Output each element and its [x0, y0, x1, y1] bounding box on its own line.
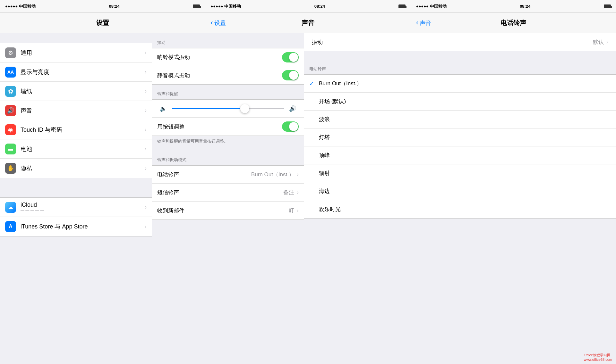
- battery-settings-icon: ▬: [5, 144, 16, 154]
- ring-vibrate-label: 响铃模式振动: [157, 54, 282, 61]
- use-buttons-toggle[interactable]: [282, 121, 299, 132]
- ringtone-item-radiation[interactable]: 辐射: [304, 164, 616, 182]
- slider-thumb[interactable]: [240, 104, 249, 113]
- use-buttons-label: 用按钮调整: [157, 123, 282, 130]
- nav-panel-sound: ‹ 设置 声音: [205, 13, 411, 33]
- volume-low-icon: 🔈: [160, 105, 167, 112]
- settings-label-touchid: Touch ID 与密码: [21, 126, 145, 134]
- settings-item-touchid[interactable]: ◉ Touch ID 与密码 ›: [0, 120, 152, 139]
- sound-item-ring-vibrate: 响铃模式振动: [152, 48, 304, 66]
- signal-middle: ●●●●● 中国移动: [210, 4, 241, 9]
- chevron-icon-battery: ›: [145, 145, 147, 152]
- silent-vibrate-label: 静音模式振动: [157, 72, 282, 79]
- carrier-right: ●●●●● 中国移动: [416, 4, 447, 9]
- settings-label-itunes: iTunes Store 与 App Store: [21, 223, 145, 230]
- status-panel-middle: ●●●●● 中国移动 08:24: [205, 0, 411, 12]
- chevron-vibrate: ›: [606, 39, 608, 46]
- nav-title-sound: 声音: [302, 19, 314, 27]
- volume-row: 🔈 🔊: [152, 100, 304, 118]
- sound-item-phone-ringtone[interactable]: 电话铃声 Burn Out（Inst.） ›: [152, 166, 304, 184]
- content-area: ⚙ 通用 › AA 显示与亮度 › ✿ 墙纸 › 🔊 声音 ›: [0, 33, 616, 364]
- settings-item-privacy[interactable]: ✋ 隐私 ›: [0, 159, 152, 178]
- vibrate-group: 响铃模式振动 静音模式振动: [152, 48, 304, 85]
- settings-item-sound[interactable]: 🔊 声音 ›: [0, 101, 152, 120]
- modes-header-text: 铃声和振动模式: [157, 157, 186, 162]
- settings-label-battery: 电池: [21, 145, 145, 153]
- ringtone-name-opening: 开场 (默认): [319, 98, 611, 105]
- modes-group: 电话铃声 Burn Out（Inst.） › 短信铃声 备注 › 收到新邮件 叮…: [152, 165, 304, 220]
- nav-bar: 设置 ‹ 设置 声音 ‹ 声音 电话铃声: [0, 13, 616, 33]
- vibrate-row[interactable]: 振动 默认 ›: [304, 33, 616, 51]
- sound-item-use-buttons: 用按钮调整: [152, 118, 304, 136]
- battery-right: [604, 4, 611, 8]
- ringtone-item-wave[interactable]: 波浪: [304, 111, 616, 128]
- ringtone-name-happytime: 欢乐时光: [319, 206, 611, 213]
- phone-ringtone-label: 电话铃声: [157, 171, 251, 178]
- ringtone-item-burnout[interactable]: ✓ Burn Out（Inst.）: [304, 75, 616, 93]
- ringtone-name-burnout: Burn Out（Inst.）: [319, 80, 611, 87]
- ringtone-item-seaside[interactable]: 海边: [304, 182, 616, 200]
- ringtone-list-header-text: 电话铃声: [309, 66, 326, 71]
- chevron-icon-sound: ›: [145, 107, 147, 114]
- settings-label-icloud: iCloud: [21, 202, 37, 208]
- settings-sublabel-icloud: — — — — —: [21, 208, 145, 213]
- new-email-label: 收到新邮件: [157, 207, 289, 214]
- back-label-settings: 设置: [214, 19, 226, 27]
- carrier-left: ●●●●● 中国移动: [5, 4, 36, 9]
- settings-item-itunes[interactable]: A iTunes Store 与 App Store ›: [0, 217, 152, 236]
- volume-slider[interactable]: [172, 108, 284, 109]
- toggle-knob-silent: [289, 71, 298, 80]
- itunes-icon: A: [5, 221, 16, 232]
- sound-item-new-email[interactable]: 收到新邮件 叮 ›: [152, 202, 304, 219]
- ringtone-list-header: 电话铃声: [304, 61, 616, 74]
- silent-vibrate-toggle[interactable]: [282, 70, 299, 80]
- phone-ringtone-value: Burn Out（Inst.）: [251, 171, 294, 178]
- watermark: Office教程学习网 www.office68.com: [584, 353, 612, 361]
- settings-item-display[interactable]: AA 显示与亮度 ›: [0, 62, 152, 82]
- chevron-left-icon-2: ‹: [416, 19, 418, 26]
- sound-icon: 🔊: [5, 105, 16, 116]
- ringtone-name-peak: 顶峰: [319, 152, 611, 159]
- chevron-icon-general: ›: [145, 49, 147, 56]
- chevron-icon-wallpaper: ›: [145, 88, 147, 95]
- settings-item-general[interactable]: ⚙ 通用 ›: [0, 43, 152, 62]
- settings-item-battery[interactable]: ▬ 电池 ›: [0, 139, 152, 159]
- signal-left: ●●●●● 中国移动: [5, 4, 36, 9]
- ring-vibrate-toggle[interactable]: [282, 52, 299, 62]
- ringtone-item-lighthouse[interactable]: 灯塔: [304, 128, 616, 146]
- modes-section-header: 铃声和振动模式: [152, 151, 304, 165]
- ringtone-item-opening[interactable]: 开场 (默认): [304, 93, 616, 111]
- status-panel-right: ●●●●● 中国移动 08:24: [411, 0, 616, 12]
- ringtone-list-group: ✓ Burn Out（Inst.） 开场 (默认) 波浪 灯塔 顶峰: [304, 74, 616, 219]
- carrier-middle: ●●●●● 中国移动: [210, 4, 241, 9]
- ringtone-item-happytime[interactable]: 欢乐时光: [304, 200, 616, 218]
- settings-group-accounts: ☁ iCloud — — — — — › A iTunes Store 与 Ap…: [0, 197, 152, 236]
- nav-title-settings: 设置: [96, 19, 109, 27]
- back-button-settings[interactable]: ‹ 设置: [210, 19, 226, 27]
- vibrate-header-text: 振动: [157, 40, 166, 45]
- settings-item-icloud[interactable]: ☁ iCloud — — — — — ›: [0, 198, 152, 217]
- settings-label-general: 通用: [21, 49, 145, 57]
- sound-item-sms-ringtone[interactable]: 短信铃声 备注 ›: [152, 184, 304, 202]
- back-button-sound[interactable]: ‹ 声音: [416, 19, 431, 27]
- volume-group: 🔈 🔊 用按钮调整: [152, 99, 304, 136]
- vibrate-section-header: 振动: [152, 33, 304, 48]
- nav-panel-ringtone: ‹ 声音 电话铃声: [411, 13, 616, 33]
- settings-panel: ⚙ 通用 › AA 显示与亮度 › ✿ 墙纸 › 🔊 声音 ›: [0, 33, 152, 364]
- slider-track-empty: [245, 108, 284, 109]
- vibrate-row-label: 振动: [312, 38, 593, 46]
- settings-item-wallpaper[interactable]: ✿ 墙纸 ›: [0, 82, 152, 101]
- divider-right: [304, 51, 616, 61]
- settings-label-wallpaper: 墙纸: [21, 87, 145, 95]
- watermark-line2: www.office68.com: [584, 358, 612, 361]
- volume-high-icon: 🔊: [289, 105, 296, 112]
- checkmark-icon-burnout: ✓: [309, 80, 316, 87]
- status-bar: ●●●●● 中国移动 08:24 ●●●●● 中国移动 08:24 ●●●●● …: [0, 0, 616, 13]
- ringtone-item-peak[interactable]: 顶峰: [304, 146, 616, 164]
- touchid-icon: ◉: [5, 124, 16, 135]
- ringtone-name-seaside: 海边: [319, 187, 611, 195]
- divider-mid-left: [0, 188, 152, 197]
- settings-group-main: ⚙ 通用 › AA 显示与亮度 › ✿ 墙纸 › 🔊 声音 ›: [0, 43, 152, 178]
- new-email-value: 叮: [289, 207, 294, 214]
- battery-icon-right: [604, 4, 611, 8]
